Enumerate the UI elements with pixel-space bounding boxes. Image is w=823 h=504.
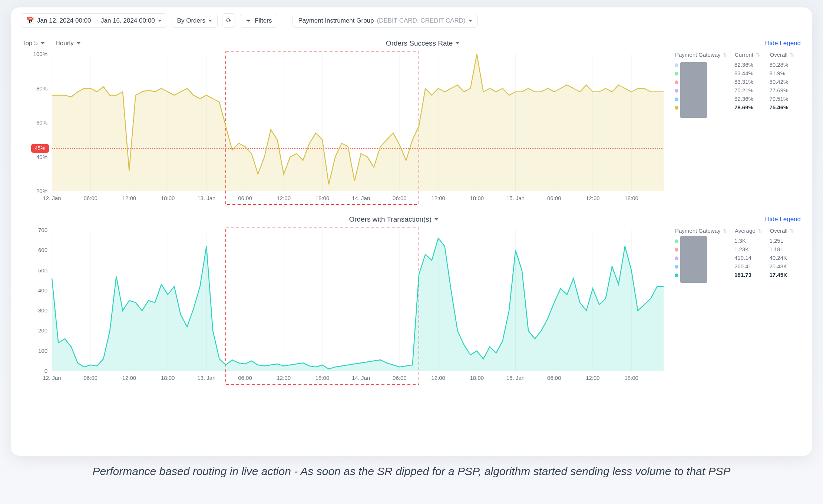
group-by-select[interactable]: By Orders — [172, 14, 218, 28]
refresh-icon: ⟳ — [226, 17, 231, 24]
svg-text:06:00: 06:00 — [393, 195, 407, 201]
date-range-text: Jan 12, 2024 00:00 → Jan 16, 2024 00:00 — [37, 17, 155, 24]
chart-title: Orders with Transaction(s) — [349, 215, 432, 223]
svg-text:13. Jan: 13. Jan — [197, 195, 215, 201]
svg-text:12:00: 12:00 — [586, 375, 600, 381]
dashboard-frame: 📅 Jan 12, 2024 00:00 → Jan 16, 2024 00:0… — [11, 7, 812, 456]
filters-label: Filters — [255, 17, 272, 24]
svg-text:15. Jan: 15. Jan — [506, 375, 525, 381]
col-current[interactable]: Current — [735, 52, 753, 58]
svg-text:13. Jan: 13. Jan — [197, 375, 215, 381]
filters-button[interactable]: ⫧ Filters — [240, 14, 277, 28]
svg-text:400: 400 — [38, 287, 47, 294]
svg-text:12:00: 12:00 — [586, 195, 600, 201]
chevron-down-icon — [77, 42, 80, 44]
chart2-svg: 010020030040050060070012. Jan06:0012:001… — [22, 226, 671, 386]
chevron-down-icon — [469, 20, 472, 22]
chevron-down-icon — [158, 20, 162, 22]
hide-legend-link[interactable]: Hide Legend — [765, 216, 801, 223]
svg-text:06:00: 06:00 — [547, 195, 561, 201]
chart-transactions: Orders with Transaction(s) Hide Legend 0… — [11, 210, 812, 389]
svg-text:06:00: 06:00 — [83, 375, 97, 381]
svg-text:15. Jan: 15. Jan — [506, 195, 525, 201]
interval-label: Hourly — [56, 40, 74, 47]
svg-text:600: 600 — [38, 247, 47, 253]
col-overall[interactable]: Overall — [770, 228, 788, 234]
topn-label: Top 5 — [22, 40, 38, 47]
chart2-plot: 010020030040050060070012. Jan06:0012:001… — [11, 225, 671, 389]
figure-caption: Performance based routing in live action… — [11, 456, 812, 479]
svg-text:12:00: 12:00 — [277, 195, 291, 201]
svg-text:18:00: 18:00 — [315, 375, 330, 381]
svg-text:45%: 45% — [35, 145, 45, 151]
group-by-label: By Orders — [177, 17, 206, 24]
col-gateway[interactable]: Payment Gateway — [675, 52, 721, 58]
toolbar: 📅 Jan 12, 2024 00:00 → Jan 16, 2024 00:0… — [11, 7, 812, 34]
instrument-value: (DEBIT CARD, CREDIT CARD) — [377, 17, 466, 24]
svg-text:18:00: 18:00 — [624, 195, 638, 201]
chevron-down-icon — [208, 20, 212, 22]
filter-icon: ⇅ — [723, 52, 728, 58]
instrument-label: Payment Instrument Group — [298, 17, 374, 24]
svg-text:12:00: 12:00 — [277, 375, 291, 381]
topn-select[interactable]: Top 5 — [22, 40, 44, 47]
svg-text:06:00: 06:00 — [547, 375, 561, 381]
svg-text:20%: 20% — [36, 188, 47, 194]
hide-legend-link[interactable]: Hide Legend — [765, 40, 801, 47]
svg-text:300: 300 — [38, 307, 47, 314]
calendar-icon: 📅 — [26, 17, 34, 24]
svg-text:14. Jan: 14. Jan — [352, 375, 370, 381]
svg-text:18:00: 18:00 — [161, 195, 175, 201]
col-average[interactable]: Average — [735, 228, 756, 234]
filter-icon: ⫧ — [245, 17, 252, 24]
chart-success-rate: Top 5 Hourly Orders Success Rate Hide Le… — [11, 34, 812, 210]
filter-icon: ⇅ — [790, 52, 794, 58]
redaction-block — [680, 62, 707, 118]
svg-text:0: 0 — [44, 368, 47, 374]
svg-text:06:00: 06:00 — [238, 195, 252, 201]
svg-text:12. Jan: 12. Jan — [43, 195, 61, 201]
svg-text:12:00: 12:00 — [431, 195, 445, 201]
svg-text:06:00: 06:00 — [393, 375, 407, 381]
svg-text:40%: 40% — [36, 154, 47, 160]
svg-text:12:00: 12:00 — [122, 195, 136, 201]
svg-text:18:00: 18:00 — [470, 375, 484, 381]
col-gateway[interactable]: Payment Gateway — [675, 228, 721, 234]
filter-icon: ⇅ — [756, 52, 760, 58]
col-overall[interactable]: Overall — [770, 52, 788, 58]
redaction-block — [680, 236, 707, 283]
filter-icon: ⇅ — [723, 228, 728, 234]
svg-text:100: 100 — [38, 348, 47, 354]
svg-text:80%: 80% — [36, 85, 47, 92]
svg-text:500: 500 — [38, 267, 47, 273]
svg-text:14. Jan: 14. Jan — [352, 195, 370, 201]
svg-text:12. Jan: 12. Jan — [43, 375, 61, 381]
filter-icon: ⇅ — [758, 228, 763, 234]
svg-text:06:00: 06:00 — [238, 375, 252, 381]
chart1-svg: 20%40%60%80%100%12. Jan06:0012:0018:0013… — [22, 50, 671, 206]
svg-text:18:00: 18:00 — [624, 375, 638, 381]
svg-text:18:00: 18:00 — [315, 195, 330, 201]
chart-title: Orders Success Rate — [386, 39, 453, 47]
svg-text:12:00: 12:00 — [122, 375, 136, 381]
toolbar-divider — [285, 16, 285, 26]
chevron-down-icon — [41, 42, 44, 44]
chevron-down-icon[interactable] — [434, 218, 438, 220]
svg-text:60%: 60% — [36, 119, 47, 126]
chart1-plot: 20%40%60%80%100%12. Jan06:0012:0018:0013… — [11, 49, 671, 210]
chevron-down-icon[interactable] — [456, 42, 459, 44]
refresh-button[interactable]: ⟳ — [222, 13, 235, 28]
chart1-legend: Payment Gateway⇅ Current⇅ Overall⇅ Overa… — [671, 49, 812, 210]
svg-text:06:00: 06:00 — [83, 195, 97, 201]
svg-text:12:00: 12:00 — [431, 375, 445, 381]
filter-icon: ⇅ — [790, 228, 794, 234]
svg-text:200: 200 — [38, 327, 47, 334]
svg-text:100%: 100% — [33, 51, 47, 57]
date-range-picker[interactable]: 📅 Jan 12, 2024 00:00 → Jan 16, 2024 00:0… — [21, 13, 167, 28]
svg-text:18:00: 18:00 — [470, 195, 484, 201]
svg-text:18:00: 18:00 — [161, 375, 175, 381]
instrument-group-select[interactable]: Payment Instrument Group (DEBIT CARD, CR… — [292, 14, 477, 28]
interval-select[interactable]: Hourly — [56, 40, 80, 47]
chart2-legend: Payment Gateway⇅ Average⇅ Overall⇅ PA1.3… — [671, 225, 812, 389]
svg-text:700: 700 — [38, 227, 47, 233]
